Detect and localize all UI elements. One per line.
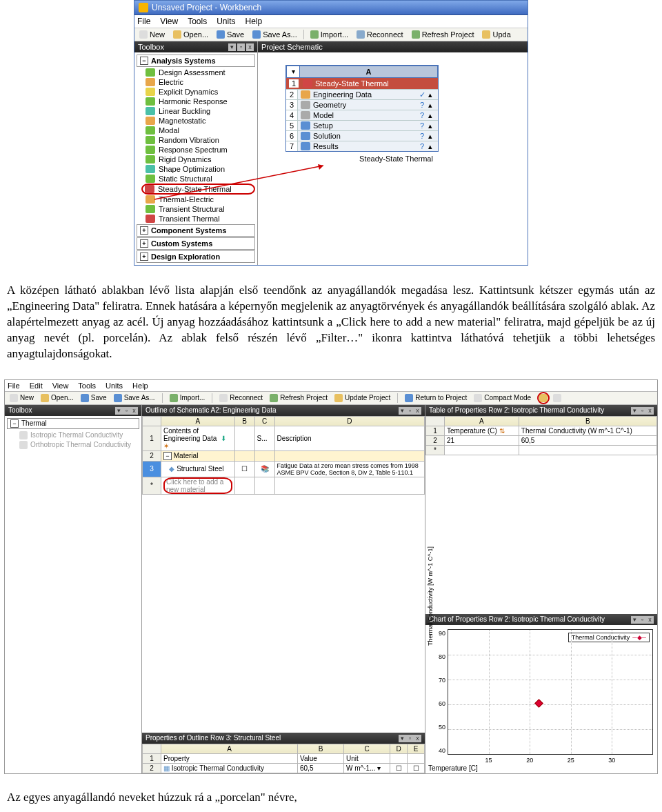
tb-open[interactable]: Open... [171,30,210,39]
props-table: ABCDE 1PropertyValueUnit 2▦ Isotropic Th… [142,744,425,773]
structural-steel-row[interactable]: ◆ Structural Steel [161,461,235,477]
min-icon[interactable]: ▫ [237,43,245,51]
chevron-icon[interactable]: ▴ [428,111,438,120]
return-icon [405,394,413,402]
menu-help[interactable]: Help [245,17,263,26]
add-material-row[interactable]: Click here to add a new material [161,477,235,494]
sys-row[interactable]: 5Setup?▴ [286,120,438,130]
menu-file[interactable]: File [137,17,150,26]
unit-cell[interactable]: W m^-1... ▾ [344,763,390,773]
analysis-item[interactable]: Response Spectrum [134,145,257,155]
sys-corner[interactable]: ▾ [286,66,299,78]
ed-tb-compact[interactable]: Compact Mode [472,393,533,403]
tb-update[interactable]: Upda [480,30,512,39]
chevron-icon[interactable]: ▴ [428,101,438,110]
analysis-item[interactable]: Rigid Dynamics [134,155,257,164]
analysis-item[interactable]: Design Assessment [134,68,257,77]
ed-toolbox: Toolbox▾▫x −Thermal Isotropic Thermal Co… [5,405,142,773]
analysis-item[interactable]: Shape Optimization [134,164,257,174]
outline-table: ABCD 1Contents of Engineering Data ⬇ ✶S.… [142,416,425,495]
ed-tb-filter[interactable] [539,393,548,403]
tb-refresh[interactable]: Refresh Project [410,30,477,39]
chevron-icon[interactable]: ▴ [428,90,438,99]
reconnect-icon [219,394,228,402]
ed-tb-import[interactable]: Import... [168,393,208,403]
ed-menu-help[interactable]: Help [132,382,148,390]
menu-tools[interactable]: Tools [188,17,207,26]
sys-row[interactable]: 2Engineering Data✓▴ [286,89,438,99]
menu-view[interactable]: View [160,17,178,26]
ed-tb-new[interactable]: New [8,393,36,403]
sys-title-row[interactable]: 1Steady-State Thermal [286,78,438,89]
tb-reconnect[interactable]: Reconnect [354,30,405,39]
ed-tb-return[interactable]: Return to Project [403,393,469,403]
thermal-group[interactable]: −Thermal [7,418,139,429]
analysis-item[interactable]: Electric [134,77,257,87]
system-icon [146,97,155,106]
status-icon: ? [416,132,428,140]
analysis-item[interactable]: Magnetostatic [134,116,257,126]
toolbox-panel: Toolbox ▾▫x −Analysis Systems Design Ass… [134,41,258,265]
ed-tb-update[interactable]: Update Project [332,393,392,403]
sys-row[interactable]: 7Results?▴ [286,141,438,151]
ed-tb-open[interactable]: Open... [39,393,76,403]
status-icon: ? [416,142,428,150]
body-paragraph-2: Az egyes anyagállandó neveket húzzuk rá … [0,786,662,810]
menu-units[interactable]: Units [217,17,235,26]
outline-title: Outline of Schematic A2: Engineering Dat… [142,405,425,416]
analysis-item[interactable]: Transient Structural [134,204,257,214]
analysis-item[interactable]: Linear Buckling [134,106,257,116]
ed-tb-reconnect[interactable]: Reconnect [217,393,265,403]
library-icon[interactable]: 📚 [254,461,274,477]
ortho-thermal-item[interactable]: Orthotropic Thermal Conductivity [7,440,139,450]
sys-row[interactable]: 6Solution?▴ [286,130,438,141]
analysis-item[interactable]: Modal [134,126,257,135]
ed-menu-file[interactable]: File [8,382,20,390]
pin-icon[interactable]: ▾ [228,43,236,51]
close-icon[interactable]: x [246,43,254,51]
cell-icon [301,132,310,140]
tb-import[interactable]: Import... [308,30,350,39]
ed-tb-extra[interactable] [551,393,563,403]
ed-menu-view[interactable]: View [52,382,69,390]
tb-save[interactable]: Save [214,30,246,39]
analysis-item[interactable]: Thermal-Electric [134,195,257,204]
temp-header: Temperature (C) ⇅ [445,426,519,435]
system-icon [146,146,155,154]
ed-menu-bar: File Edit View Tools Units Help [5,380,657,392]
ed-tb-saveas[interactable]: Save As... [112,393,157,403]
sys-row[interactable]: 3Geometry?▴ [286,99,438,110]
analysis-item[interactable]: Steady-State Thermal [141,184,255,195]
table-title: Table of Properties Row 2: Isotropic The… [425,405,657,416]
analysis-item[interactable]: Harmonic Response [134,97,257,106]
new-icon [10,394,18,402]
analysis-item[interactable]: Transient Thermal [134,214,257,224]
design-exploration-header[interactable]: +Design Exploration [137,250,255,263]
chevron-icon[interactable]: ▴ [428,121,438,130]
chevron-icon[interactable]: ▴ [428,132,438,141]
analysis-systems-header[interactable]: −Analysis Systems [137,55,255,67]
tb-saveas[interactable]: Save As... [250,30,299,39]
custom-systems-header[interactable]: +Custom Systems [137,237,255,250]
material-group[interactable]: − Material [161,450,235,461]
sys-row[interactable]: 4Model?▴ [286,110,438,120]
analysis-item[interactable]: Random Vibration [134,135,257,145]
ed-menu-edit[interactable]: Edit [30,382,43,390]
chevron-icon[interactable]: ▴ [428,142,438,151]
system-icon [146,107,155,115]
tb-new[interactable]: New [137,30,167,39]
chart-legend: Thermal Conductivity─◆─ [568,633,650,642]
component-systems-header[interactable]: +Component Systems [137,224,255,237]
ed-tb-refresh[interactable]: Refresh Project [268,393,330,403]
analysis-item[interactable]: Explicit Dynamics [134,87,257,97]
y-ticks: 908070605040 [433,630,445,754]
prop-row[interactable]: ▦ Isotropic Thermal Conductivity [161,763,298,773]
reconnect-icon [357,30,365,39]
analysis-item[interactable]: Static Structural [134,174,257,184]
iso-thermal-item[interactable]: Isotropic Thermal Conductivity [7,430,139,440]
ed-menu-units[interactable]: Units [106,382,123,390]
title-bar[interactable]: Unsaved Project - Workbench [134,1,528,15]
status-icon: ? [416,101,428,109]
ed-tb-save[interactable]: Save [79,393,109,403]
ed-menu-tools[interactable]: Tools [78,382,96,390]
